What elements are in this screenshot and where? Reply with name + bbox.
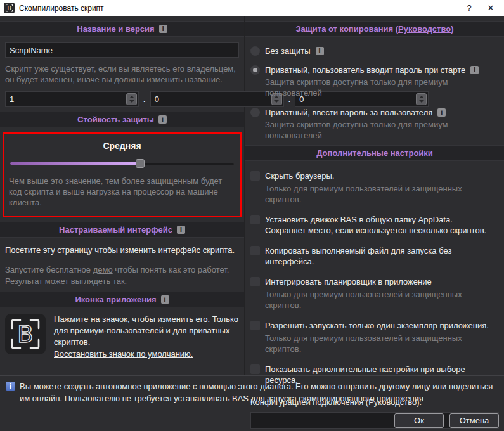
version-major-spinner[interactable] <box>126 93 137 105</box>
section-header-custom-interface: Настраиваемый интерфейс i <box>0 222 244 238</box>
dialog-buttons: Ок Отмена <box>0 409 504 431</box>
manual-link[interactable]: Руководство <box>398 24 451 34</box>
text-fragment: Защита от копирования ( <box>295 24 398 34</box>
section-title-composite: Защита от копирования (Руководство) <box>295 24 453 34</box>
radio-no-protection[interactable]: Без защиты i <box>250 46 499 56</box>
window-title: Скомпилировать скрипт <box>19 4 458 13</box>
checkbox-subtext: Только для премиум пользователей и защищ… <box>265 183 499 205</box>
section-title: Настраиваемый интерфейс <box>59 225 172 235</box>
checkbox-label: Разрешить запускать только один экземпля… <box>265 320 489 331</box>
strength-hint: Чем выше это значение, тем более защищен… <box>9 176 235 208</box>
titlebar: B Скомпилировать скрипт ? ✕ <box>0 0 504 16</box>
checkbox-hide-browsers[interactable]: Скрыть браузеры. <box>250 170 499 181</box>
checkbox-label: Скрыть браузеры. <box>265 170 334 181</box>
app-icon-content: B Нажмите на значок, чтобы изменить его.… <box>0 307 244 360</box>
info-tooltip-icon: i <box>6 382 15 391</box>
help-button[interactable]: ? <box>458 1 480 16</box>
app-icon-text-block: Нажмите на значок, чтобы изменить его. Т… <box>54 314 239 360</box>
custom-interface-line1: Посетите эту страницу чтобы изменить инт… <box>5 245 239 256</box>
radio-icon[interactable] <box>250 108 260 117</box>
close-button[interactable]: ✕ <box>480 1 501 16</box>
custom-interface-content: Посетите эту страницу чтобы изменить инт… <box>0 238 244 287</box>
checkbox-subtext: Только для премиум пользователей и защищ… <box>265 333 499 354</box>
version-row: . . <box>5 91 239 107</box>
text-fragment: чтобы изменить интерфейс скрипта. <box>93 245 235 255</box>
custom-interface-line2: Запустите бесплатное демо чтобы понять к… <box>5 264 239 287</box>
section-header-protection-strength: Стойкость защиты i <box>0 112 244 127</box>
info-icon[interactable]: i <box>158 115 167 124</box>
text-fragment: Сохраняет место, если используется неско… <box>265 226 486 235</box>
footer-note-text: Вы можете создать автономное приложение … <box>20 380 498 404</box>
checkbox-subtext: Только для премиум пользователей и защищ… <box>265 289 499 311</box>
radio-icon-selected[interactable] <box>250 65 260 75</box>
info-icon[interactable]: i <box>159 25 167 33</box>
ok-button[interactable]: Ок <box>394 413 444 428</box>
application-icon-button[interactable]: B <box>5 314 46 354</box>
app-icon-description: Нажмите на значок, чтобы изменить его. Т… <box>54 314 239 348</box>
radio-subtext: Защита скриптов доступна только для прем… <box>265 77 499 98</box>
info-icon[interactable]: i <box>437 108 446 117</box>
info-icon[interactable]: i <box>177 226 185 234</box>
text-fragment: Запустите бесплатное <box>5 265 93 274</box>
restore-default-icon-link[interactable]: Восстановить значок по умолчанию. <box>54 349 193 360</box>
strength-level-label: Средняя <box>9 141 235 151</box>
checkbox-icon[interactable] <box>250 321 260 330</box>
text-fragment: ) <box>451 24 453 34</box>
demo-link[interactable]: демо <box>93 265 113 274</box>
strength-highlight-box: Средняя Чем выше это значение, тем более… <box>3 132 242 217</box>
dialog-body: Название и версия i Скрипт уже существуе… <box>0 16 504 375</box>
section-header-copy-protection: Защита от копирования (Руководство) <box>245 21 504 37</box>
radio-label: Без защиты <box>265 46 311 56</box>
info-icon[interactable]: i <box>161 295 169 304</box>
radio-label: Приватный, пользователь вводит пароль пр… <box>265 65 465 75</box>
left-column: Название и версия i Скрипт уже существуе… <box>0 16 245 375</box>
bas-logo-icon: B <box>4 3 15 13</box>
checkbox-icon[interactable] <box>250 171 260 181</box>
radio-icon[interactable] <box>250 46 260 56</box>
radio-label: Приватный, ввести пароль за пользователя <box>265 108 432 117</box>
section-header-name-version: Название и версия i <box>0 21 244 37</box>
strength-slider-fill <box>10 162 140 165</box>
footer-note: i Вы можете создать автономное приложени… <box>0 376 504 409</box>
example-link[interactable]: так <box>113 276 125 286</box>
spinner-down-icon[interactable] <box>129 100 134 103</box>
radio-private-user-password[interactable]: Приватный, пользователь вводит пароль пр… <box>250 65 499 75</box>
checkbox-icon[interactable] <box>250 246 260 255</box>
text-fragment: Установить движок BAS в общую папку AppD… <box>265 215 453 224</box>
checkbox-label: Копировать выполняемый файл для запуска … <box>265 245 499 267</box>
svg-text:B: B <box>17 321 33 348</box>
checkbox-copy-executable[interactable]: Копировать выполняемый файл для запуска … <box>250 245 499 267</box>
info-icon[interactable]: i <box>470 66 479 74</box>
info-icon[interactable]: i <box>316 47 324 55</box>
version-major-group <box>5 91 139 107</box>
radio-private-preset-password[interactable]: Приватный, ввести пароль за пользователя… <box>250 108 499 117</box>
strength-slider-handle[interactable] <box>136 159 145 168</box>
strength-slider[interactable] <box>10 159 234 168</box>
compile-script-dialog: B Скомпилировать скрипт ? ✕ Название и в… <box>0 0 504 431</box>
radio-subtext: Защита скриптов доступна только для прем… <box>265 119 499 141</box>
script-name-hint: Скрипт уже существует, если вы являетесь… <box>5 63 239 85</box>
version-major-input[interactable] <box>6 92 125 106</box>
right-column: Защита от копирования (Руководство) Без … <box>245 16 504 375</box>
spinner-up-icon[interactable] <box>129 96 134 98</box>
name-version-content: Скрипт уже существует, если вы являетесь… <box>0 37 244 107</box>
section-title: Стойкость защиты <box>77 115 154 124</box>
checkbox-single-instance[interactable]: Разрешить запускать только один экземпля… <box>250 320 499 331</box>
version-separator: . <box>143 94 146 104</box>
checkbox-icon[interactable] <box>250 215 260 224</box>
checkbox-install-engine-appdata[interactable]: Установить движок BAS в общую папку AppD… <box>250 214 499 236</box>
section-header-additional-settings: Дополнительные настройки <box>245 145 504 161</box>
checkbox-integrate-scheduler[interactable]: Интегрировать планировщик в приложение <box>250 276 499 287</box>
section-header-app-icon: Иконка приложения i <box>0 292 244 307</box>
text-fragment: . <box>125 276 127 286</box>
checkbox-label: Установить движок BAS в общую папку AppD… <box>265 214 486 236</box>
script-name-input[interactable] <box>5 42 239 58</box>
cancel-button[interactable]: Отмена <box>449 413 499 428</box>
section-title: Иконка приложения <box>75 295 156 304</box>
section-title: Название и версия <box>77 24 154 34</box>
checkbox-icon[interactable] <box>250 364 260 374</box>
visit-page-link[interactable]: эту страницу <box>43 245 93 255</box>
checkbox-label: Интегрировать планировщик в приложение <box>265 276 432 287</box>
checkbox-icon[interactable] <box>250 277 260 286</box>
section-title: Дополнительные настройки <box>316 148 433 158</box>
